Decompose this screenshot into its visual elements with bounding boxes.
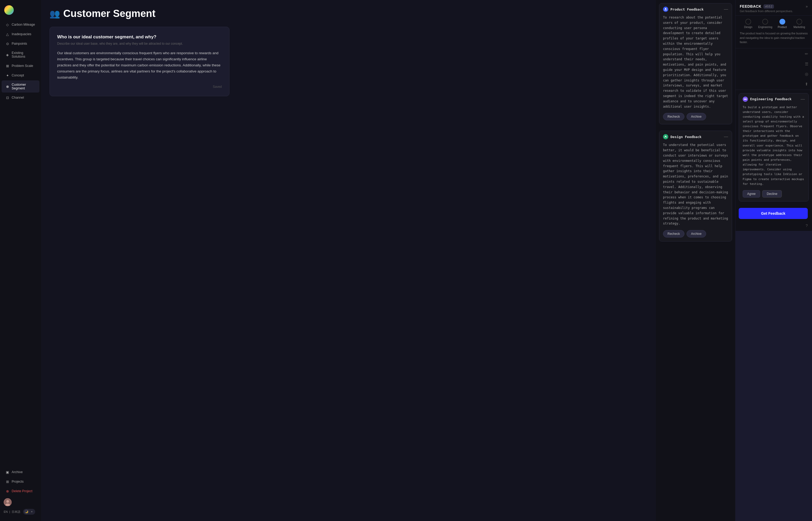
sidebar-item-painpoints[interactable]: ⊙ Painpoints bbox=[2, 39, 40, 48]
design-recheck-button[interactable]: Recheck bbox=[663, 230, 684, 237]
language-selector: EN | 日本語 🌙 ☀ bbox=[0, 508, 41, 516]
tab-marketing-dot bbox=[796, 19, 802, 25]
sidebar-item-label: Projects bbox=[12, 480, 24, 483]
light-mode-button[interactable]: ☀ bbox=[29, 509, 34, 514]
theme-toggle[interactable]: 🌙 ☀ bbox=[23, 509, 35, 515]
sidebar-bottom: ▣ Archive ⊞ Projects ⊗ Delete Project EN… bbox=[0, 468, 41, 518]
carbon-mileage-icon: ◇ bbox=[5, 22, 9, 27]
sidebar-item-label: Existing Solutions bbox=[12, 51, 36, 59]
product-recheck-button[interactable]: Recheck bbox=[663, 113, 684, 120]
sidebar-item-label: Problem Scale bbox=[12, 64, 33, 68]
problem-scale-icon: ⊠ bbox=[5, 64, 9, 68]
right-panel-header: FEEDBACK v0.0.2 » Get feedback from diff… bbox=[736, 0, 812, 16]
tab-marketing[interactable]: Marketing bbox=[791, 19, 808, 28]
page-header-icon: 👥 bbox=[49, 9, 60, 19]
inadequacies-icon: △ bbox=[5, 32, 9, 36]
sidebar-item-existing-solutions[interactable]: ◈ Existing Solutions bbox=[2, 49, 40, 61]
svg-rect-4 bbox=[664, 10, 667, 10]
engineering-feedback-actions: Agree Decline bbox=[739, 190, 809, 201]
feedback-label-row: FEEDBACK v0.0.2 » bbox=[740, 4, 808, 8]
feedback-panel: Product Feedback — To research about the… bbox=[656, 0, 735, 521]
version-badge: v0.0.2 bbox=[764, 4, 774, 8]
feedback-subtitle: Get feedback from different perspectives… bbox=[740, 9, 808, 13]
sidebar-item-label: Inadequacies bbox=[12, 32, 31, 36]
sidebar-item-channel[interactable]: ⊡ Channel bbox=[2, 93, 40, 102]
panel-icon-list[interactable]: ☰ bbox=[804, 61, 809, 67]
svg-point-3 bbox=[665, 8, 666, 9]
product-feedback-icon bbox=[663, 7, 668, 12]
product-feedback-title: Product Feedback bbox=[663, 7, 703, 12]
design-archive-button[interactable]: Archive bbox=[686, 230, 706, 237]
tab-product-dot bbox=[780, 19, 785, 25]
card-subtitle: Describe our ideal user base, who they a… bbox=[57, 42, 222, 45]
panel-icon-edit[interactable]: ✏ bbox=[804, 50, 809, 58]
perspective-description: The product lead is focused on growing t… bbox=[736, 28, 812, 48]
sidebar-item-problem-scale[interactable]: ⊠ Problem Scale bbox=[2, 61, 40, 70]
dark-mode-button[interactable]: 🌙 bbox=[24, 509, 29, 514]
help-icon[interactable]: ? bbox=[805, 222, 809, 229]
product-feedback-minimize[interactable]: — bbox=[724, 7, 728, 12]
feedback-title-group: FEEDBACK v0.0.2 bbox=[740, 4, 774, 8]
sidebar-item-archive[interactable]: ▣ Archive bbox=[2, 468, 40, 477]
engineering-feedback-title: Engineering Feedback bbox=[743, 96, 792, 102]
sidebar: ◇ Carbon Mileage △ Inadequacies ⊙ Painpo… bbox=[0, 0, 41, 521]
main-nav: ◇ Carbon Mileage △ Inadequacies ⊙ Painpo… bbox=[0, 20, 41, 468]
sidebar-item-label: Delete Project bbox=[12, 489, 32, 493]
archive-icon: ▣ bbox=[5, 470, 9, 474]
panel-icon-target[interactable]: ◎ bbox=[804, 71, 809, 77]
engineering-feedback-header: Engineering Feedback — bbox=[739, 93, 809, 104]
svg-point-5 bbox=[665, 136, 666, 137]
design-feedback-header: Design Feedback — bbox=[659, 131, 732, 141]
design-feedback-card: Design Feedback — To understand the pote… bbox=[659, 131, 732, 242]
user-avatar[interactable] bbox=[4, 498, 12, 506]
right-panel: FEEDBACK v0.0.2 » Get feedback from diff… bbox=[735, 0, 812, 231]
sidebar-item-label: Channel bbox=[12, 96, 24, 99]
app-logo[interactable] bbox=[4, 5, 14, 15]
tab-product-label: Product bbox=[777, 26, 787, 28]
sidebar-item-label: Customer Segment bbox=[12, 83, 36, 90]
main-area: 👥 Customer Segment Who is our ideal cust… bbox=[41, 0, 735, 521]
delete-icon: ⊗ bbox=[5, 489, 9, 493]
sidebar-item-label: Carbon Mileage bbox=[12, 23, 35, 26]
card-question: Who is our ideal customer segment, and w… bbox=[57, 35, 222, 40]
customer-segment-icon: ⊗ bbox=[5, 84, 9, 89]
engineering-feedback-card: Engineering Feedback — To build a protot… bbox=[739, 93, 809, 202]
design-feedback-icon bbox=[663, 134, 668, 139]
lang-ja[interactable]: 日本語 bbox=[12, 510, 20, 514]
svg-point-7 bbox=[745, 99, 745, 99]
svg-point-1 bbox=[6, 500, 9, 503]
product-archive-button[interactable]: Archive bbox=[686, 113, 706, 120]
saved-status: Saved bbox=[213, 85, 222, 89]
sidebar-item-label: Painpoints bbox=[12, 42, 27, 45]
sidebar-item-delete-project[interactable]: ⊗ Delete Project bbox=[2, 486, 40, 496]
panel-icon-share[interactable]: ⬆ bbox=[804, 81, 809, 88]
product-feedback-card: Product Feedback — To research about the… bbox=[659, 3, 732, 124]
channel-icon: ⊡ bbox=[5, 95, 9, 100]
sidebar-item-projects[interactable]: ⊞ Projects bbox=[2, 477, 40, 486]
expand-panel-button[interactable]: » bbox=[806, 4, 808, 8]
design-feedback-actions: Recheck Archive bbox=[659, 230, 732, 241]
engineering-feedback-icon bbox=[743, 96, 748, 102]
product-feedback-text: To research about the potential users of… bbox=[659, 14, 732, 113]
sidebar-item-customer-segment[interactable]: ⊗ Customer Segment bbox=[2, 81, 40, 93]
tab-product[interactable]: Product bbox=[774, 19, 791, 28]
sidebar-item-carbon-mileage[interactable]: ◇ Carbon Mileage bbox=[2, 20, 40, 29]
engineering-agree-button[interactable]: Agree bbox=[743, 190, 760, 198]
lang-en[interactable]: EN bbox=[4, 510, 8, 513]
design-feedback-minimize[interactable]: — bbox=[724, 135, 728, 139]
product-feedback-actions: Recheck Archive bbox=[659, 113, 732, 124]
lang-separator: | bbox=[9, 510, 10, 513]
tab-design[interactable]: Design bbox=[740, 19, 757, 28]
engineering-decline-button[interactable]: Decline bbox=[762, 190, 782, 198]
get-feedback-button[interactable]: Get Feedback bbox=[739, 208, 808, 219]
engineering-feedback-minimize[interactable]: — bbox=[800, 97, 805, 101]
page-header: 👥 Customer Segment bbox=[49, 8, 648, 19]
design-feedback-text: To understand the potential users better… bbox=[659, 141, 732, 230]
tab-engineering[interactable]: Engineering bbox=[757, 19, 774, 28]
sidebar-item-concept[interactable]: ✦ Concept bbox=[2, 71, 40, 80]
sidebar-item-inadequacies[interactable]: △ Inadequacies bbox=[2, 30, 40, 39]
engineering-feedback-text: To build a prototype and better understa… bbox=[739, 104, 809, 190]
tab-engineering-dot bbox=[762, 19, 768, 25]
card-body[interactable]: Our ideal customers are environmentally … bbox=[57, 50, 222, 81]
projects-icon: ⊞ bbox=[5, 479, 9, 484]
